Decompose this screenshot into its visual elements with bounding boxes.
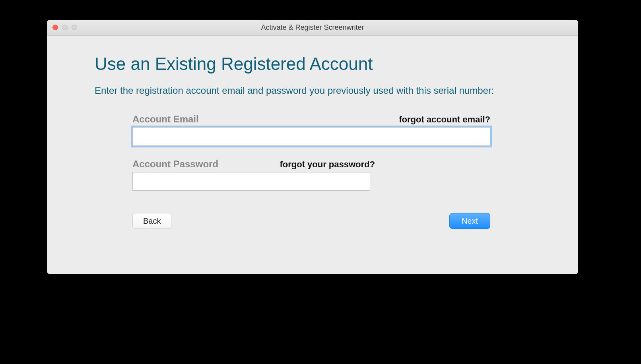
email-group: Account Email forgot account email? [132, 114, 530, 146]
form: Account Email forgot account email? Acco… [95, 114, 530, 229]
next-button[interactable]: Next [449, 213, 490, 229]
titlebar: Activate & Register Screenwriter [47, 20, 578, 36]
close-icon[interactable] [52, 25, 58, 30]
email-input[interactable] [132, 127, 490, 146]
instructions: Enter the registration account email and… [95, 84, 524, 97]
window-title: Activate & Register Screenwriter [47, 23, 578, 32]
email-label: Account Email [132, 114, 199, 125]
password-label: Account Password [132, 159, 218, 170]
back-button[interactable]: Back [132, 213, 171, 229]
password-input[interactable] [132, 172, 370, 191]
content: Use an Existing Registered Account Enter… [47, 36, 578, 229]
zoom-icon[interactable] [72, 25, 77, 30]
forgot-email-link[interactable]: forgot account email? [399, 114, 490, 125]
activation-window: Activate & Register Screenwriter Use an … [47, 20, 578, 274]
forgot-password-link[interactable]: forgot your password? [280, 159, 375, 170]
page-heading: Use an Existing Registered Account [95, 54, 530, 74]
password-group: Account Password forgot your password? [132, 159, 530, 191]
minimize-icon[interactable] [62, 25, 68, 30]
button-row: Back Next [132, 213, 490, 229]
window-controls [52, 25, 77, 30]
